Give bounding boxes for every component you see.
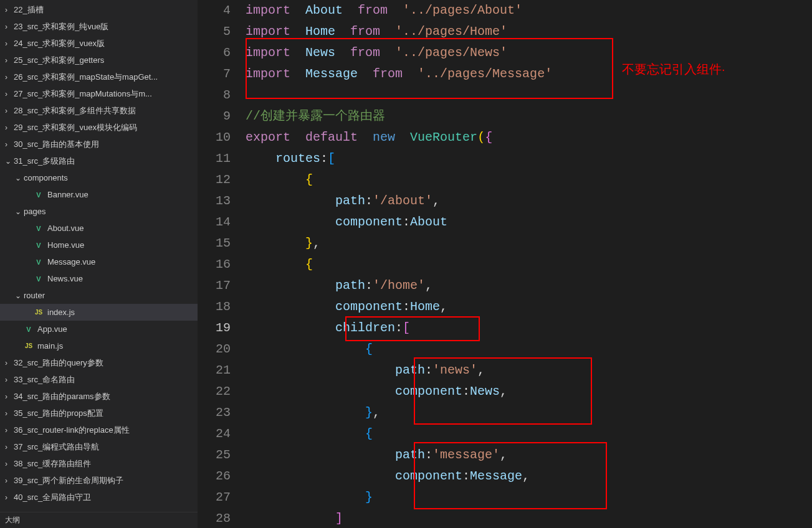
code-line[interactable]: }, [246, 233, 812, 254]
chevron-down-icon: ⌄ [15, 207, 21, 216]
code-line[interactable]: path:'/about', [246, 191, 812, 212]
tree-item-label: pages [24, 207, 45, 216]
folder-item[interactable]: ⌄components [0, 169, 198, 186]
file-item[interactable]: VAbout.vue [0, 220, 198, 237]
folder-item[interactable]: ›38_src_缓存路由组件 [0, 455, 198, 472]
code-line[interactable]: import News from '../pages/News' [246, 42, 812, 64]
tree-item-label: About.vue [47, 224, 84, 233]
line-number-gutter: 4567891011121314151617181920212223242526… [198, 0, 246, 528]
code-line[interactable]: children:[ [246, 318, 812, 339]
line-number: 6 [198, 42, 231, 64]
code-content[interactable]: import About from '../pages/About'import… [246, 0, 812, 528]
folder-item[interactable]: ⌄pages [0, 203, 198, 220]
file-item[interactable]: VMessage.vue [0, 253, 198, 270]
folder-item[interactable]: ›22_插槽 [0, 1, 198, 18]
folder-item[interactable]: ›37_src_编程式路由导航 [0, 438, 198, 455]
chevron-right-icon: › [5, 375, 11, 384]
tree-item-label: 24_src_求和案例_vuex版 [14, 38, 105, 49]
code-line[interactable]: component:News, [246, 381, 812, 402]
code-line[interactable]: path:'message', [246, 445, 812, 466]
code-line[interactable]: import Home from '../pages/Home' [246, 21, 812, 42]
line-number: 19 [198, 318, 231, 339]
code-line[interactable]: component:Home, [246, 296, 812, 318]
code-line[interactable]: path:'news', [246, 360, 812, 381]
code-editor[interactable]: 4567891011121314151617181920212223242526… [198, 0, 812, 528]
code-line[interactable]: component:About [246, 212, 812, 233]
chevron-right-icon: › [5, 90, 11, 98]
line-number: 11 [198, 148, 231, 169]
code-line[interactable]: }, [246, 402, 812, 423]
outline-panel-header[interactable]: 大纲 [0, 512, 198, 528]
tree-item-label: 40_src_全局路由守卫 [14, 492, 91, 503]
tree-item-label: App.vue [37, 324, 67, 334]
folder-item[interactable]: ›28_src_求和案例_多组件共享数据 [0, 102, 198, 119]
folder-item[interactable]: ›30_src_路由的基本使用 [0, 136, 198, 153]
tree-item-label: News.vue [47, 274, 83, 283]
folder-item[interactable]: ›40_src_全局路由守卫 [0, 489, 198, 506]
code-line[interactable]: { [246, 254, 812, 275]
line-number: 8 [198, 85, 231, 106]
folder-item[interactable]: ›36_src_router-link的replace属性 [0, 422, 198, 438]
code-line[interactable]: import About from '../pages/About' [246, 0, 812, 21]
chevron-right-icon: › [5, 140, 11, 149]
folder-item[interactable]: ›26_src_求和案例_mapState与mapGet... [0, 68, 198, 85]
vue-file-icon: V [34, 242, 44, 249]
folder-item[interactable]: ›29_src_求和案例_vuex模块化编码 [0, 119, 198, 136]
tree-item-label: 39_src_两个新的生命周期钩子 [14, 475, 123, 486]
file-item[interactable]: JSindex.js [0, 304, 198, 321]
tree-item-label: 28_src_求和案例_多组件共享数据 [14, 105, 136, 116]
folder-item[interactable]: ⌄router [0, 287, 198, 304]
code-line[interactable]: } [246, 487, 812, 508]
folder-item[interactable]: ›25_src_求和案例_getters [0, 52, 198, 68]
code-line[interactable] [246, 85, 812, 106]
chevron-right-icon: › [5, 73, 11, 82]
file-item[interactable]: VBanner.vue [0, 186, 198, 203]
code-line[interactable]: { [246, 339, 812, 360]
chevron-right-icon: › [5, 22, 11, 31]
code-line[interactable]: ] [246, 508, 812, 528]
folder-item[interactable]: ›27_src_求和案例_mapMutations与m... [0, 85, 198, 102]
tree-item-label: main.js [37, 341, 63, 351]
folder-item[interactable]: ›32_src_路由的query参数 [0, 354, 198, 371]
vue-file-icon: V [34, 275, 44, 283]
tree-item-label: 32_src_路由的query参数 [14, 357, 103, 369]
folder-item[interactable]: ⌄31_src_多级路由 [0, 153, 198, 169]
tree-item-label: 29_src_求和案例_vuex模块化编码 [14, 122, 137, 133]
folder-item[interactable]: ›33_src_命名路由 [0, 371, 198, 388]
vue-file-icon: V [34, 258, 44, 266]
folder-item[interactable]: ›34_src_路由的params参数 [0, 388, 198, 405]
code-line[interactable]: import Message from '../pages/Message' [246, 64, 812, 85]
chevron-down-icon: ⌄ [5, 157, 11, 166]
tree-item-label: 23_src_求和案例_纯vue版 [14, 21, 108, 32]
code-line[interactable]: component:Message, [246, 466, 812, 487]
file-item[interactable]: VApp.vue [0, 321, 198, 337]
folder-item[interactable]: ›39_src_两个新的生命周期钩子 [0, 472, 198, 489]
folder-item[interactable]: ›24_src_求和案例_vuex版 [0, 35, 198, 52]
file-item[interactable]: VNews.vue [0, 270, 198, 287]
line-number: 12 [198, 169, 231, 191]
line-number: 7 [198, 64, 231, 85]
file-item[interactable]: JSmain.js [0, 337, 198, 354]
line-number: 21 [198, 360, 231, 381]
line-number: 24 [198, 423, 231, 445]
code-line[interactable]: //创建并暴露一个路由器 [246, 106, 812, 127]
chevron-down-icon: ⌄ [15, 291, 21, 300]
line-number: 10 [198, 127, 231, 148]
chevron-right-icon: › [5, 409, 11, 418]
file-tree[interactable]: ›22_插槽›23_src_求和案例_纯vue版›24_src_求和案例_vue… [0, 0, 198, 512]
file-item[interactable]: VHome.vue [0, 237, 198, 253]
folder-item[interactable]: ›35_src_路由的props配置 [0, 405, 198, 422]
code-line[interactable]: { [246, 169, 812, 191]
vue-file-icon: V [34, 225, 44, 232]
code-line[interactable]: routes:[ [246, 148, 812, 169]
tree-item-label: index.js [47, 308, 75, 317]
folder-item[interactable]: ›23_src_求和案例_纯vue版 [0, 18, 198, 35]
chevron-right-icon: › [5, 493, 11, 502]
code-line[interactable]: export default new VueRouter({ [246, 127, 812, 148]
tree-item-label: 36_src_router-link的replace属性 [14, 425, 130, 436]
line-number: 20 [198, 339, 231, 360]
tree-item-label: 27_src_求和案例_mapMutations与m... [14, 88, 152, 100]
code-line[interactable]: path:'/home', [246, 275, 812, 296]
chevron-right-icon: › [5, 39, 11, 48]
code-line[interactable]: { [246, 423, 812, 445]
